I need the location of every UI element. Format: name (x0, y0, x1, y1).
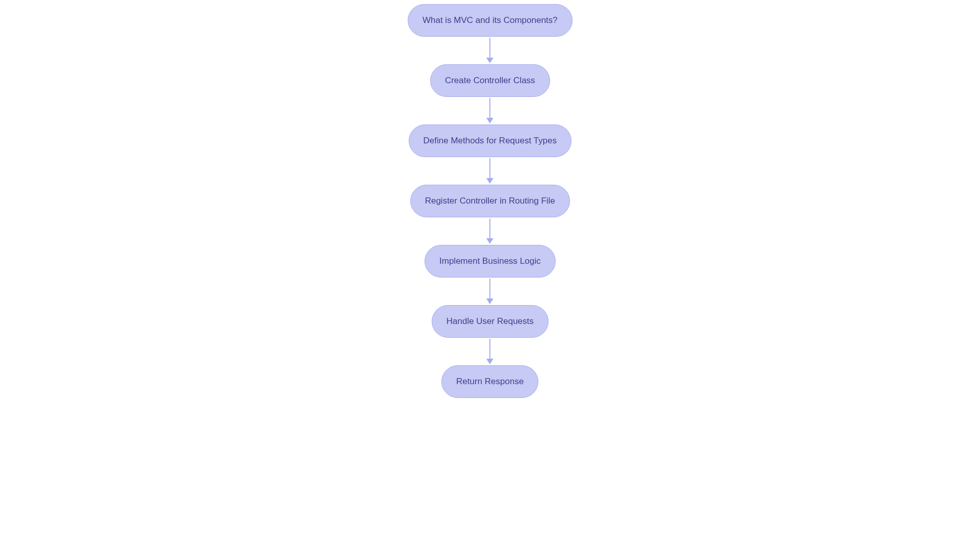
flowchart-node: Return Response (442, 365, 538, 398)
node-label: Create Controller Class (445, 76, 535, 86)
node-label: Define Methods for Request Types (423, 136, 556, 146)
node-label: Register Controller in Routing File (425, 196, 555, 206)
flowchart-node: What is MVC and its Components? (408, 4, 573, 37)
arrow-down-icon (486, 279, 494, 304)
flowchart-container: What is MVC and its Components? Create C… (408, 4, 573, 398)
arrow-down-icon (486, 38, 494, 63)
flowchart-node: Handle User Requests (431, 305, 548, 338)
node-label: Handle User Requests (446, 316, 533, 327)
flowchart-node: Define Methods for Request Types (408, 124, 571, 157)
arrow-down-icon (486, 158, 494, 184)
node-label: Return Response (456, 377, 524, 387)
arrow-down-icon (486, 339, 494, 364)
node-label: What is MVC and its Components? (423, 15, 558, 26)
flowchart-node: Create Controller Class (430, 64, 550, 97)
flowchart-node: Register Controller in Routing File (410, 185, 570, 217)
arrow-down-icon (486, 98, 494, 123)
flowchart-node: Implement Business Logic (425, 245, 555, 278)
arrow-down-icon (486, 218, 494, 244)
node-label: Implement Business Logic (439, 256, 541, 266)
